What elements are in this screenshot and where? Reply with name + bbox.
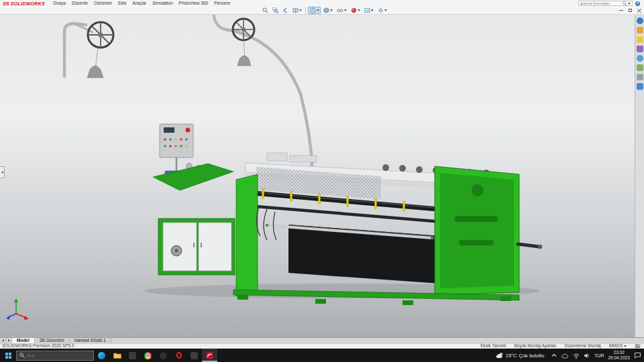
menu-gorunum[interactable]: Görünüm (91, 0, 115, 7)
unit-system-selector[interactable]: MMGS (609, 344, 627, 349)
previous-view-icon (282, 7, 288, 13)
taskbar-search-input[interactable] (27, 353, 83, 359)
solidworks-window: 3S SOLIDWORKS Dosya Düzenle Görünüm Ekle… (0, 0, 644, 362)
speaker-icon[interactable] (584, 353, 590, 359)
network-icon[interactable] (573, 353, 580, 359)
tab-motion-study-1[interactable]: Hareket Etüdü 1 (70, 338, 111, 343)
file-explorer-icon[interactable] (637, 36, 643, 43)
menu-araclar[interactable]: Araçlar (129, 0, 150, 7)
scene-icon (364, 7, 370, 13)
menubar-right-cluster: ? (578, 1, 643, 6)
tab-3d-views[interactable]: 3B Görünüm (35, 338, 70, 343)
featuremanager-collapsed-tab[interactable] (0, 166, 5, 178)
menu-pencere[interactable]: Pencere (211, 0, 233, 7)
command-search-box[interactable] (578, 1, 633, 6)
menu-simulation[interactable]: Simulation (150, 0, 176, 7)
logo-mark: 3S (3, 1, 9, 7)
chevron-down-icon (371, 9, 374, 11)
system-tray: 15°C Çok bulutlu TUR 23:32 29.04.2023 (493, 349, 644, 362)
help-icon[interactable]: ? (635, 1, 640, 6)
menu-duzenle[interactable]: Düzenle (68, 0, 91, 7)
definition-status-label: Eksik Tanımlı (480, 344, 506, 349)
onedrive-cloud-icon[interactable] (561, 353, 569, 359)
search-icon (623, 1, 627, 6)
solidworks-resources-icon[interactable] (637, 17, 643, 24)
taskbar-app-dark-2[interactable] (156, 349, 171, 362)
output-shaft (518, 244, 539, 247)
status-bar: SOLIDWORKS Premium 2020 SP5.0 Eksik Tanı… (0, 343, 644, 349)
view-orientation-button[interactable] (308, 7, 321, 14)
tab-scroll-right[interactable] (6, 338, 12, 343)
taskbar-app-file-explorer[interactable] (109, 349, 125, 362)
solidworks-forum-icon[interactable] (637, 74, 643, 80)
clock-date: 29.04.2023 (608, 355, 630, 361)
wire-spool-wheel-right[interactable] (233, 19, 254, 66)
partly-cloudy-icon (496, 352, 504, 359)
chevron-down-icon (384, 9, 387, 11)
menu-bar: 3S SOLIDWORKS Dosya Düzenle Görünüm Ekle… (0, 0, 644, 7)
custom-properties-icon[interactable] (637, 64, 643, 71)
opera-icon (176, 352, 182, 359)
3d-viewport-canvas[interactable] (0, 15, 644, 337)
zoom-to-area-button[interactable] (270, 7, 280, 14)
large-assembly-settings-label[interactable]: Büyük Montaj Ayarları (514, 344, 556, 349)
view-settings-button[interactable] (376, 7, 388, 14)
view-orientation-icon (310, 7, 316, 13)
menu-photoview-360[interactable]: PhotoView 360 (176, 0, 211, 7)
taskbar-app-dark-3[interactable] (186, 349, 202, 362)
menu-ekle[interactable]: Ekle (115, 0, 129, 7)
cad-model-machine[interactable] (144, 153, 542, 305)
taskbar-app-edge[interactable] (94, 349, 109, 362)
status-right-cluster: Eksik Tanımlı Büyük Montaj Ayarları Düze… (480, 344, 642, 349)
tab-model[interactable]: Model (12, 338, 35, 343)
edge-icon (98, 352, 105, 359)
taskbar-app-opera[interactable] (171, 349, 186, 362)
hidden-icons-chevron-icon[interactable] (551, 353, 557, 358)
view-palette-icon[interactable] (637, 46, 643, 52)
search-scope-button[interactable] (621, 1, 632, 6)
taskbar-app-chrome[interactable] (140, 349, 156, 362)
unit-system-label: MMGS (609, 344, 623, 349)
orientation-triad (6, 298, 29, 320)
appearances-scenes-icon[interactable] (637, 55, 643, 62)
view-toolbar-icons (260, 7, 388, 14)
zoom-to-fit-icon (262, 7, 268, 13)
hide-show-items-button[interactable] (335, 7, 348, 14)
status-options-icon[interactable] (635, 344, 641, 349)
start-button[interactable] (0, 349, 16, 362)
zoom-to-area-icon (272, 7, 278, 13)
eye-glasses-icon (337, 7, 343, 13)
wire-infeed-section (153, 164, 233, 191)
edit-appearance-button[interactable] (349, 7, 362, 14)
heads-up-toolbar (0, 7, 644, 15)
display-style-button[interactable] (321, 7, 334, 14)
taskbar-weather-widget[interactable]: 15°C Çok bulutlu (493, 349, 547, 362)
apply-scene-button[interactable] (362, 7, 375, 14)
electrical-cabinet[interactable] (158, 219, 235, 275)
document-window-controls (619, 7, 641, 14)
language-indicator[interactable]: TUR (594, 353, 604, 358)
taskbar-app-dark-1[interactable] (125, 349, 140, 362)
graphics-area[interactable] (0, 15, 644, 337)
minimize-icon[interactable] (619, 10, 623, 11)
restore-icon[interactable] (629, 9, 632, 12)
taskbar-search-box[interactable] (16, 351, 94, 361)
solidworks-add-ins-icon[interactable] (637, 83, 643, 90)
chevron-down-icon (317, 9, 319, 11)
design-library-icon[interactable] (637, 27, 643, 34)
menu-dosya[interactable]: Dosya (50, 0, 68, 7)
zoom-to-fit-button[interactable] (260, 7, 270, 14)
command-search-input[interactable] (579, 1, 621, 5)
clock-time: 23:32 (614, 350, 625, 355)
action-center-icon[interactable] (634, 352, 641, 359)
taskbar-app-solidworks[interactable] (202, 349, 217, 362)
section-view-button[interactable] (290, 7, 303, 14)
editing-assembly-label: Düzenleme Montaj (565, 344, 601, 349)
tab-scroll-left[interactable] (0, 338, 6, 343)
taskbar-clock[interactable]: 23:32 29.04.2023 (608, 350, 630, 361)
configuration-tabs-bar: Model 3B Görünüm Hareket Etüdü 1 (0, 337, 644, 343)
previous-view-button[interactable] (280, 7, 290, 14)
chevron-right-icon (8, 339, 10, 342)
right-end-frame (435, 166, 519, 295)
close-icon[interactable] (637, 9, 641, 13)
